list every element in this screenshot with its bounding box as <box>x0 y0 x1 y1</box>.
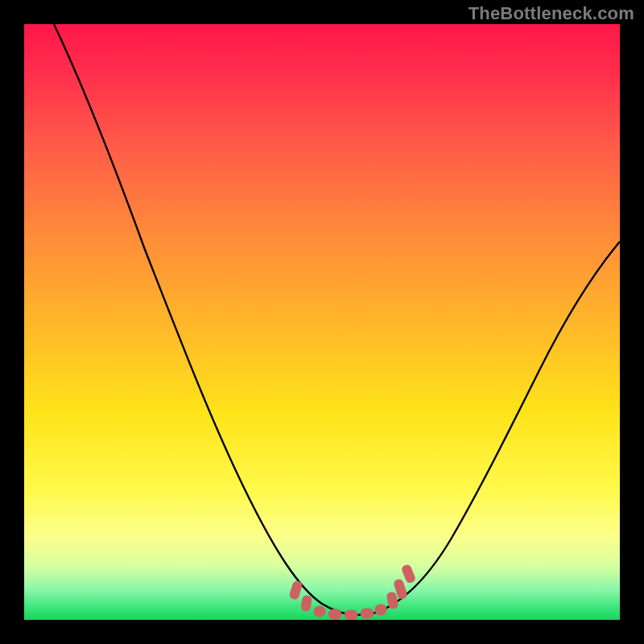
svg-rect-9 <box>401 564 415 584</box>
bottleneck-curve-path <box>54 24 620 615</box>
svg-rect-4 <box>345 610 357 620</box>
chart-svg <box>24 24 620 620</box>
svg-rect-5 <box>361 609 374 618</box>
svg-rect-3 <box>328 609 341 619</box>
watermark-label: TheBottleneck.com <box>469 3 634 24</box>
chart-plot-area <box>24 24 620 620</box>
chart-frame: TheBottleneck.com <box>0 0 644 644</box>
svg-rect-6 <box>375 605 386 615</box>
svg-rect-2 <box>314 606 325 617</box>
svg-rect-1 <box>301 595 312 612</box>
svg-rect-0 <box>289 580 303 600</box>
